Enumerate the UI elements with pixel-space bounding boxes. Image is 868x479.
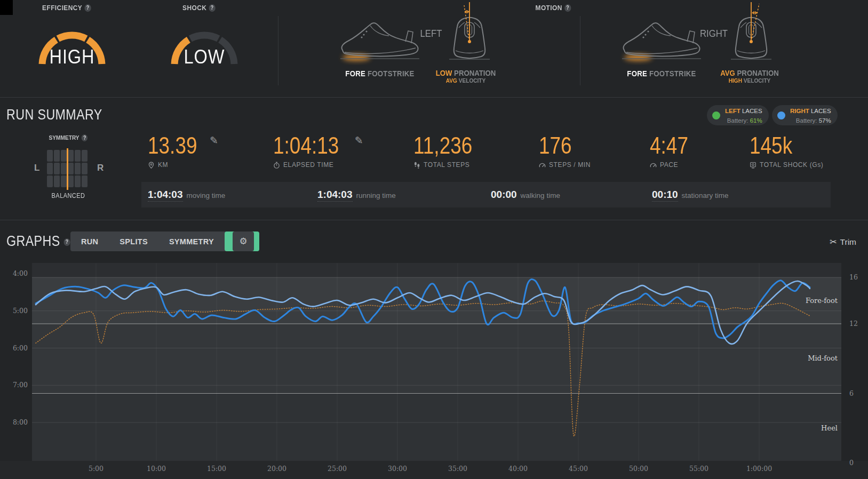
left-laces-status-dot bbox=[712, 111, 720, 119]
shock-label: SHOCK bbox=[182, 4, 206, 12]
location-pin-icon bbox=[148, 162, 155, 169]
symmetry-left-label: L bbox=[34, 163, 39, 173]
symmetry-help-icon[interactable]: ? bbox=[82, 134, 87, 141]
right-shoe-side-icon bbox=[619, 17, 704, 66]
elapsed-time-value: 1:04:13 bbox=[273, 133, 339, 158]
total-steps-label: TOTAL STEPS bbox=[424, 161, 469, 169]
symmetry-header: SYMMETRY? bbox=[31, 134, 106, 141]
right-pronation-label: AVG PRONATION bbox=[712, 68, 787, 77]
shock-meter-icon bbox=[750, 162, 756, 169]
elapsed-time-label: ELAPSED TIME bbox=[283, 161, 333, 169]
pace-gauge-icon bbox=[650, 162, 657, 169]
efficiency-header: EFFICIENCY? bbox=[29, 4, 105, 12]
symmetry-status: BALANCED bbox=[31, 192, 106, 199]
left-pronation-value: LOW bbox=[436, 68, 452, 77]
graph-settings-button[interactable]: ⚙ bbox=[233, 231, 254, 251]
right-footstrike-text: FOOTSTRIKE bbox=[647, 69, 696, 78]
total-steps-value: 11,236 bbox=[413, 133, 472, 158]
stationary-time: 00:10stationary time bbox=[652, 189, 728, 201]
impact-tick-label: 6 bbox=[849, 389, 854, 397]
gear-icon: ⚙ bbox=[239, 236, 247, 247]
scissors-icon: ✂ bbox=[830, 237, 837, 246]
distance-value: 13.39 bbox=[148, 133, 197, 158]
efficiency-help-icon[interactable]: ? bbox=[85, 4, 91, 12]
time-breakdown-strip: 1:04:03moving time 1:04:03running time 0… bbox=[141, 182, 831, 207]
right-pronation-text: PRONATION bbox=[735, 68, 779, 77]
run-summary-title: RUN SUMMARY bbox=[6, 107, 102, 123]
shock-header: SHOCK? bbox=[171, 4, 227, 12]
right-laces-name: RIGHT bbox=[790, 108, 809, 114]
total-shock-label: TOTAL SHOCK (Gs) bbox=[760, 161, 823, 169]
motion-label: MOTION bbox=[536, 4, 562, 12]
graphs-title: GRAPHS? bbox=[6, 233, 70, 250]
pace-tick-label: 8:00 bbox=[13, 418, 28, 426]
motion-help-icon[interactable]: ? bbox=[564, 4, 571, 12]
left-laces-text: LACES bbox=[740, 108, 762, 114]
x-tick-label: 30:00 bbox=[388, 465, 407, 473]
efficiency-label: EFFICIENCY bbox=[42, 4, 82, 12]
zone-label-fore-foot: Fore-foot bbox=[806, 297, 838, 305]
running-time-value: 1:04:03 bbox=[317, 189, 353, 202]
zone-label-heel: Heel bbox=[821, 424, 838, 432]
left-footstrike-text: FOOTSTRIKE bbox=[365, 69, 415, 78]
impact-tick-label: 12 bbox=[849, 320, 858, 328]
left-side-label: LEFT bbox=[412, 28, 450, 39]
right-laces-status-dot bbox=[777, 111, 785, 119]
left-laces-name: LEFT bbox=[725, 108, 740, 114]
stationary-time-label: stationary time bbox=[682, 191, 729, 199]
moving-time: 1:04:03moving time bbox=[148, 189, 225, 201]
pace-tick-label: 7:00 bbox=[13, 381, 28, 389]
shock-value: LOW bbox=[157, 46, 251, 68]
graphs-help-icon[interactable]: ? bbox=[64, 238, 70, 246]
walking-time-value: 00:00 bbox=[491, 189, 517, 201]
pace-tick-label: 5:00 bbox=[13, 307, 28, 315]
chart-canvas[interactable]: 5:0010:0015:0020:0025:0030:0035:0040:004… bbox=[0, 256, 868, 479]
tab-run[interactable]: RUN bbox=[70, 231, 109, 251]
x-tick-label: 55:00 bbox=[689, 465, 708, 473]
tab-splits[interactable]: SPLITS bbox=[109, 231, 158, 251]
x-tick-label: 35:00 bbox=[448, 465, 467, 473]
pace-tick-label: 4:00 bbox=[13, 269, 28, 277]
stat-pace: 4:47 PACE bbox=[650, 133, 696, 169]
walking-time-label: walking time bbox=[521, 191, 560, 199]
edit-distance-icon[interactable]: ✎ bbox=[210, 134, 218, 147]
left-footstrike-value: FORE bbox=[345, 69, 365, 78]
zone-mid-foot bbox=[32, 324, 841, 394]
impact-tick-label: 0 bbox=[849, 459, 854, 467]
total-shock-value: 145k bbox=[750, 133, 792, 158]
moving-time-label: moving time bbox=[187, 191, 226, 199]
right-footstrike-label: FORE FOOTSTRIKE bbox=[624, 69, 699, 78]
motion-header: MOTION? bbox=[516, 4, 591, 12]
stat-total-shock: 145k TOTAL SHOCK (Gs) bbox=[750, 133, 823, 169]
left-battery-label: Battery: bbox=[727, 117, 750, 124]
trim-button[interactable]: ✂Trim bbox=[830, 237, 856, 247]
divider bbox=[278, 16, 278, 85]
left-laces-badge: LEFT LACES Battery: 61% bbox=[707, 105, 769, 125]
edit-time-icon[interactable]: ✎ bbox=[355, 134, 363, 147]
right-footstrike-value: FORE bbox=[627, 69, 647, 78]
symmetry-right-label: R bbox=[97, 163, 103, 173]
right-pronation-value: AVG bbox=[720, 68, 735, 77]
impact-tick-label: 16 bbox=[849, 273, 858, 281]
stat-cadence: 176 STEPS / MIN bbox=[539, 133, 591, 169]
distance-label: KM bbox=[158, 161, 168, 169]
left-shoe-side-icon bbox=[337, 17, 423, 66]
right-velocity-label: HIGH VELOCITY bbox=[712, 77, 787, 84]
right-velocity-text: VELOCITY bbox=[742, 77, 770, 84]
graph-tab-bar: RUN SPLITS SYMMETRY L / R bbox=[70, 231, 259, 251]
symmetry-label: SYMMETRY bbox=[49, 134, 79, 141]
stationary-time-value: 00:10 bbox=[652, 189, 678, 202]
zone-label-mid-foot: Mid-foot bbox=[808, 354, 838, 362]
walking-time: 00:00walking time bbox=[491, 189, 560, 201]
section-divider bbox=[0, 97, 868, 98]
tab-symmetry[interactable]: SYMMETRY bbox=[158, 231, 225, 251]
left-pronation-label: LOW PRONATION bbox=[428, 68, 504, 77]
pace-value: 4:47 bbox=[650, 133, 688, 158]
shock-help-icon[interactable]: ? bbox=[209, 4, 216, 12]
cadence-label: STEPS / MIN bbox=[549, 161, 591, 169]
right-battery-label: Battery: bbox=[796, 117, 819, 124]
pace-tick-label: 6:00 bbox=[13, 344, 28, 352]
graphs-title-text: GRAPHS bbox=[6, 233, 60, 249]
lr-chart[interactable]: 5:0010:0015:0020:0025:0030:0035:0040:004… bbox=[0, 256, 868, 479]
footsteps-icon bbox=[413, 162, 420, 169]
